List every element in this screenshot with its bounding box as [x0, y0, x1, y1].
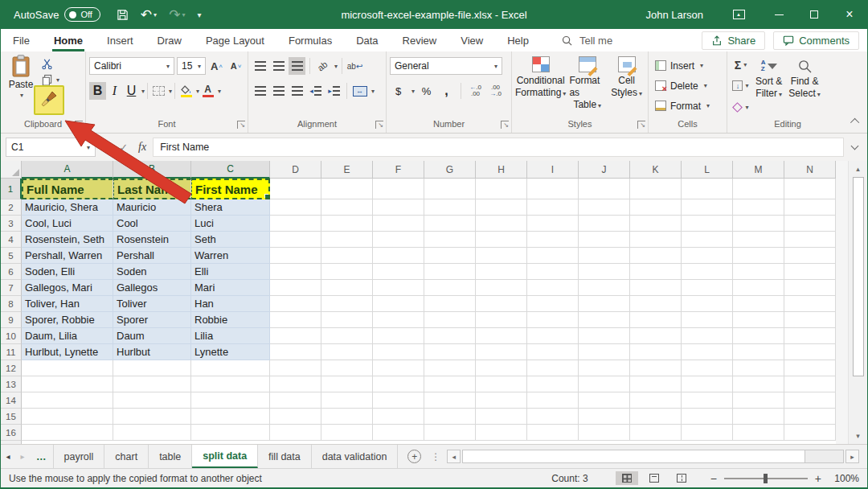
cell-J13[interactable]: [579, 376, 630, 392]
copy-button[interactable]: ▾: [41, 74, 59, 86]
accounting-dropdown-icon[interactable]: ▾: [411, 88, 415, 95]
cell-C2[interactable]: Shera: [191, 199, 270, 216]
number-dialog-launcher[interactable]: ↘: [501, 121, 509, 129]
cell-I1[interactable]: [527, 179, 579, 199]
cell-K13[interactable]: [630, 376, 682, 392]
row-header-8[interactable]: 8: [1, 296, 22, 312]
column-header-C[interactable]: C: [191, 161, 270, 179]
merge-center-button[interactable]: ↔: [351, 82, 368, 100]
cell-L9[interactable]: [682, 312, 733, 328]
cell-H12[interactable]: [476, 360, 527, 376]
cell-H2[interactable]: [476, 199, 527, 216]
align-right-button[interactable]: [289, 82, 305, 100]
scroll-left-icon[interactable]: ◂: [447, 450, 461, 463]
cell-E12[interactable]: [321, 360, 373, 376]
tab-options-icon[interactable]: ⋮: [431, 451, 440, 462]
cell-G9[interactable]: [424, 312, 476, 328]
cell-D12[interactable]: [270, 360, 321, 376]
sort-filter-button[interactable]: AZ Sort & Filter▾: [755, 56, 782, 116]
bold-button[interactable]: B: [89, 82, 106, 100]
merge-dropdown-icon[interactable]: ▾: [371, 88, 375, 95]
column-header-J[interactable]: J: [579, 161, 630, 179]
cell-M14[interactable]: [733, 392, 784, 409]
paste-dropdown-icon[interactable]: ▾: [20, 92, 23, 99]
cell-N1[interactable]: [784, 179, 836, 199]
cell-A2[interactable]: Mauricio, Shera: [22, 199, 113, 216]
cell-J6[interactable]: [579, 264, 630, 280]
cell-B15[interactable]: [113, 409, 191, 425]
cell-M15[interactable]: [733, 409, 784, 425]
cell-J2[interactable]: [579, 199, 630, 216]
cell-C15[interactable]: [191, 409, 270, 425]
format-painter-button[interactable]: [40, 90, 58, 111]
cell-H9[interactable]: [476, 312, 527, 328]
cell-J15[interactable]: [579, 409, 630, 425]
format-cells-button[interactable]: Format▾: [655, 97, 720, 114]
find-select-button[interactable]: Find & Select▾: [788, 56, 820, 116]
normal-view-button[interactable]: [616, 471, 638, 485]
cell-H7[interactable]: [476, 280, 527, 296]
cell-K1[interactable]: [630, 179, 682, 199]
redo-button[interactable]: ↷▾: [169, 8, 185, 22]
align-center-button[interactable]: [270, 82, 287, 100]
row-header-12[interactable]: 12: [1, 360, 22, 376]
cell-C5[interactable]: Warren: [191, 248, 270, 264]
cell-J14[interactable]: [579, 392, 630, 409]
cell-M11[interactable]: [733, 344, 784, 360]
cell-F16[interactable]: [373, 425, 424, 441]
tell-me-search[interactable]: Tell me: [562, 35, 612, 47]
cell-B9[interactable]: Sporer: [113, 312, 191, 328]
ribbon-tab-view[interactable]: View: [448, 29, 495, 51]
cell-C3[interactable]: Luci: [191, 216, 270, 232]
cell-E14[interactable]: [321, 392, 373, 409]
cell-K2[interactable]: [630, 199, 682, 216]
cell-E4[interactable]: [321, 232, 373, 248]
cell-D7[interactable]: [270, 280, 321, 296]
cell-E5[interactable]: [321, 248, 373, 264]
cell-I11[interactable]: [527, 344, 579, 360]
cell-C9[interactable]: Robbie: [191, 312, 270, 328]
cell-E2[interactable]: [321, 199, 373, 216]
page-layout-view-button[interactable]: [643, 471, 665, 485]
minimize-button[interactable]: [761, 0, 796, 29]
cell-A14[interactable]: [22, 392, 113, 409]
cell-I16[interactable]: [527, 425, 579, 441]
row-header-15[interactable]: 15: [1, 409, 22, 425]
cell-H8[interactable]: [476, 296, 527, 312]
cell-N8[interactable]: [784, 296, 836, 312]
cell-I14[interactable]: [527, 392, 579, 409]
cell-E15[interactable]: [321, 409, 373, 425]
cell-K4[interactable]: [630, 232, 682, 248]
new-sheet-button[interactable]: +: [407, 450, 421, 463]
row-header-4[interactable]: 4: [1, 232, 22, 248]
cell-I9[interactable]: [527, 312, 579, 328]
cell-F6[interactable]: [373, 264, 424, 280]
insert-function-icon[interactable]: fx: [138, 141, 146, 154]
cell-B4[interactable]: Rosenstein: [113, 232, 191, 248]
cell-D10[interactable]: [270, 328, 321, 344]
cell-J8[interactable]: [579, 296, 630, 312]
fill-color-button[interactable]: [178, 82, 194, 100]
font-color-dropdown-icon[interactable]: ▾: [218, 88, 221, 95]
cell-K15[interactable]: [630, 409, 682, 425]
cell-L6[interactable]: [682, 264, 733, 280]
cell-C4[interactable]: Seth: [191, 232, 270, 248]
cell-M1[interactable]: [733, 179, 784, 199]
header-cell-B1[interactable]: Last Name: [113, 179, 191, 199]
formula-input[interactable]: First Name: [153, 138, 844, 157]
row-header-11[interactable]: 11: [1, 344, 22, 360]
copy-dropdown-icon[interactable]: ▾: [56, 76, 59, 84]
zoom-slider[interactable]: [724, 478, 808, 479]
cell-B2[interactable]: Mauricio: [113, 199, 191, 216]
sheet-tab-table[interactable]: table: [149, 445, 192, 468]
cell-G14[interactable]: [424, 392, 476, 409]
cell-D2[interactable]: [270, 199, 321, 216]
cell-H1[interactable]: [476, 179, 527, 199]
cell-L13[interactable]: [682, 376, 733, 392]
cell-E13[interactable]: [321, 376, 373, 392]
cell-I15[interactable]: [527, 409, 579, 425]
cell-E10[interactable]: [321, 328, 373, 344]
cell-H15[interactable]: [476, 409, 527, 425]
cell-A15[interactable]: [22, 409, 113, 425]
cell-A10[interactable]: Daum, Lilia: [22, 328, 113, 344]
